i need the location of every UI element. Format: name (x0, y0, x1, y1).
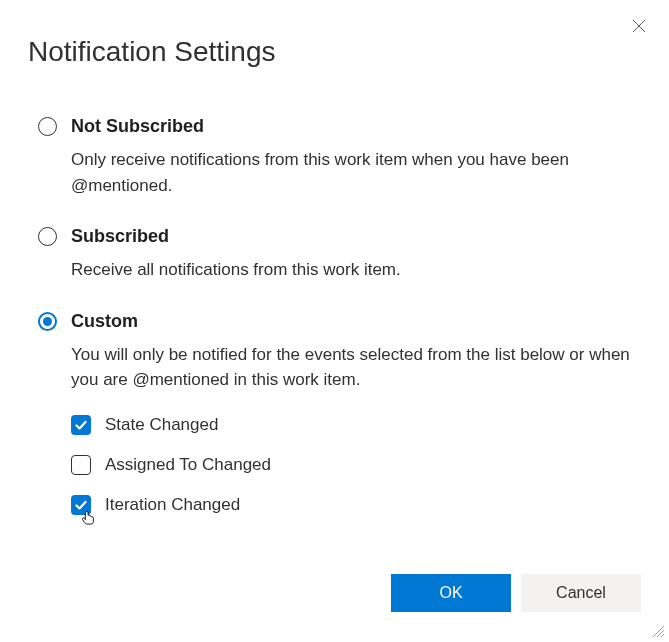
check-assigned-to-changed[interactable]: Assigned To Changed (71, 455, 641, 475)
close-icon (632, 19, 646, 33)
dialog-footer: OK Cancel (391, 574, 641, 612)
close-button[interactable] (627, 14, 651, 38)
radio-custom[interactable] (38, 312, 57, 331)
check-assigned-to-changed-label: Assigned To Changed (105, 455, 271, 475)
option-custom-desc: You will only be notified for the events… (71, 342, 641, 393)
option-custom: Custom You will only be notified for the… (38, 311, 641, 515)
option-subscribed: Subscribed Receive all notifications fro… (38, 226, 641, 283)
custom-checks: State Changed Assigned To Changed Iterat… (71, 415, 641, 515)
check-iteration-changed-label: Iteration Changed (105, 495, 240, 515)
ok-button[interactable]: OK (391, 574, 511, 612)
resize-grip-icon[interactable] (651, 624, 665, 638)
check-state-changed-label: State Changed (105, 415, 218, 435)
dialog-title: Notification Settings (28, 36, 641, 68)
option-subscribed-label: Subscribed (71, 226, 169, 247)
radio-not-subscribed[interactable] (38, 117, 57, 136)
check-iteration-changed[interactable]: Iteration Changed (71, 495, 641, 515)
option-not-subscribed-header[interactable]: Not Subscribed (38, 116, 641, 137)
cancel-button[interactable]: Cancel (521, 574, 641, 612)
option-subscribed-desc: Receive all notifications from this work… (71, 257, 641, 283)
svg-line-4 (661, 634, 664, 637)
checkbox-assigned-to-changed[interactable] (71, 455, 91, 475)
check-state-changed[interactable]: State Changed (71, 415, 641, 435)
checkbox-iteration-changed[interactable] (71, 495, 91, 515)
checkbox-state-changed[interactable] (71, 415, 91, 435)
check-icon (74, 498, 88, 512)
options-group: Not Subscribed Only receive notification… (28, 116, 641, 515)
option-not-subscribed-label: Not Subscribed (71, 116, 204, 137)
svg-line-3 (657, 630, 664, 637)
check-icon (74, 418, 88, 432)
option-not-subscribed-desc: Only receive notifications from this wor… (71, 147, 641, 198)
radio-subscribed[interactable] (38, 227, 57, 246)
notification-settings-dialog: Notification Settings Not Subscribed Onl… (0, 0, 669, 642)
option-subscribed-header[interactable]: Subscribed (38, 226, 641, 247)
option-custom-header[interactable]: Custom (38, 311, 641, 332)
option-not-subscribed: Not Subscribed Only receive notification… (38, 116, 641, 198)
option-custom-label: Custom (71, 311, 138, 332)
